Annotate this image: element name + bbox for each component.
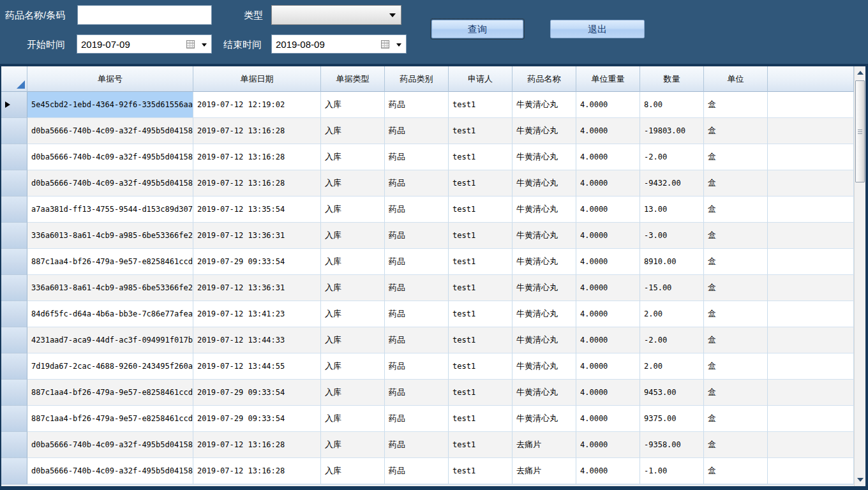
- table-cell[interactable]: 牛黄清心丸: [513, 197, 576, 223]
- table-cell[interactable]: test1: [449, 223, 513, 249]
- table-cell-filler[interactable]: [768, 144, 854, 170]
- table-cell[interactable]: 药品: [385, 406, 449, 432]
- table-cell[interactable]: 2019-07-12 13:16:28: [193, 170, 321, 197]
- chevron-down-icon[interactable]: [202, 43, 207, 47]
- row-header[interactable]: [1, 327, 27, 353]
- table-cell[interactable]: 2019-07-12 13:16:28: [193, 458, 321, 484]
- table-cell[interactable]: 入库: [321, 458, 385, 484]
- table-cell[interactable]: 887c1aa4-bf26-479a-9e57-e8258461ccd7: [27, 406, 193, 432]
- table-cell[interactable]: 药品: [385, 223, 449, 249]
- table-cell[interactable]: 牛黄清心丸: [513, 92, 576, 118]
- table-cell[interactable]: test1: [449, 144, 513, 170]
- table-cell[interactable]: 盒: [704, 275, 768, 301]
- table-cell[interactable]: test1: [449, 432, 513, 458]
- row-header[interactable]: [1, 118, 27, 144]
- table-cell[interactable]: 入库: [321, 301, 385, 327]
- table-cell[interactable]: 2019-07-12 13:36:31: [193, 275, 321, 301]
- table-cell[interactable]: test1: [449, 301, 513, 327]
- table-cell[interactable]: 4.0000: [576, 406, 640, 432]
- table-cell[interactable]: 药品: [385, 197, 449, 223]
- table-cell[interactable]: -1.00: [640, 458, 704, 484]
- table-cell[interactable]: d0ba5666-740b-4c09-a32f-495b5d041580: [27, 458, 193, 484]
- row-header[interactable]: [1, 458, 27, 484]
- table-cell-filler[interactable]: [768, 406, 854, 432]
- table-cell[interactable]: 4.0000: [576, 458, 640, 484]
- table-cell[interactable]: 入库: [321, 406, 385, 432]
- end-date-picker[interactable]: 2019-08-09: [271, 34, 407, 54]
- column-header[interactable]: 单据号: [27, 66, 193, 92]
- table-cell[interactable]: 牛黄清心丸: [513, 249, 576, 275]
- row-header[interactable]: [1, 223, 27, 249]
- table-cell[interactable]: 2019-07-12 13:16:28: [193, 144, 321, 170]
- table-cell[interactable]: test1: [449, 353, 513, 380]
- table-cell[interactable]: 入库: [321, 118, 385, 144]
- table-cell[interactable]: 药品: [385, 353, 449, 380]
- row-header[interactable]: [1, 380, 27, 406]
- column-header[interactable]: 单位: [704, 66, 768, 92]
- column-header[interactable]: 申请人: [449, 66, 513, 92]
- table-cell[interactable]: 入库: [321, 197, 385, 223]
- table-cell[interactable]: 盒: [704, 92, 768, 118]
- table-cell[interactable]: 4.0000: [576, 170, 640, 197]
- table-cell[interactable]: 2019-07-29 09:33:54: [193, 406, 321, 432]
- table-cell[interactable]: 药品: [385, 458, 449, 484]
- table-cell[interactable]: 4.0000: [576, 380, 640, 406]
- table-cell[interactable]: test1: [449, 197, 513, 223]
- row-header[interactable]: [1, 144, 27, 170]
- table-cell[interactable]: 入库: [321, 432, 385, 458]
- table-cell[interactable]: 4.0000: [576, 301, 640, 327]
- column-header[interactable]: 单据日期: [193, 66, 321, 92]
- table-cell-filler[interactable]: [768, 223, 854, 249]
- table-cell[interactable]: -9432.00: [640, 170, 704, 197]
- table-cell[interactable]: test1: [449, 458, 513, 484]
- table-cell[interactable]: 2.00: [640, 353, 704, 380]
- column-header[interactable]: 单位重量: [576, 66, 640, 92]
- row-header[interactable]: [1, 353, 27, 380]
- table-cell[interactable]: 盒: [704, 249, 768, 275]
- table-cell[interactable]: 牛黄清心丸: [513, 380, 576, 406]
- table-cell[interactable]: -9358.00: [640, 432, 704, 458]
- table-cell[interactable]: 盒: [704, 380, 768, 406]
- row-header[interactable]: [1, 301, 27, 327]
- row-header[interactable]: [1, 170, 27, 197]
- table-cell[interactable]: 2019-07-12 13:41:23: [193, 301, 321, 327]
- table-cell[interactable]: 入库: [321, 353, 385, 380]
- table-cell[interactable]: 4.0000: [576, 432, 640, 458]
- table-cell[interactable]: 4.0000: [576, 197, 640, 223]
- table-cell[interactable]: 牛黄清心丸: [513, 301, 576, 327]
- table-cell[interactable]: 2.00: [640, 301, 704, 327]
- table-cell[interactable]: a7aa381d-ff13-4755-9544-d153c89d307d: [27, 197, 193, 223]
- table-cell[interactable]: 盒: [704, 458, 768, 484]
- table-cell[interactable]: 牛黄清心丸: [513, 327, 576, 353]
- table-cell[interactable]: 入库: [321, 327, 385, 353]
- table-cell[interactable]: 药品: [385, 118, 449, 144]
- query-button[interactable]: 查询: [431, 20, 523, 38]
- table-cell[interactable]: 盒: [704, 144, 768, 170]
- table-cell[interactable]: 4.0000: [576, 92, 640, 118]
- select-all-corner[interactable]: [1, 66, 27, 92]
- row-header[interactable]: [1, 406, 27, 432]
- table-cell[interactable]: 盒: [704, 170, 768, 197]
- table-cell[interactable]: 牛黄清心丸: [513, 118, 576, 144]
- table-cell[interactable]: 4.0000: [576, 327, 640, 353]
- column-header[interactable]: 数量: [640, 66, 704, 92]
- table-cell[interactable]: 2019-07-12 13:16:28: [193, 432, 321, 458]
- column-header[interactable]: 单据类型: [321, 66, 385, 92]
- table-cell[interactable]: 5e45cbd2-1ebd-4364-92f6-335d61556aa2: [27, 92, 193, 118]
- start-date-picker[interactable]: 2019-07-09: [77, 34, 212, 54]
- table-cell-filler[interactable]: [768, 458, 854, 484]
- table-cell[interactable]: -19803.00: [640, 118, 704, 144]
- exit-button[interactable]: 退出: [550, 20, 645, 38]
- table-cell[interactable]: 2019-07-29 09:33:54: [193, 249, 321, 275]
- scrollbar-thumb[interactable]: [855, 80, 865, 182]
- table-cell-filler[interactable]: [768, 380, 854, 406]
- table-cell[interactable]: 入库: [321, 275, 385, 301]
- table-cell[interactable]: 887c1aa4-bf26-479a-9e57-e8258461ccd7: [27, 380, 193, 406]
- table-cell[interactable]: 入库: [321, 144, 385, 170]
- table-cell[interactable]: 盒: [704, 118, 768, 144]
- table-cell-filler[interactable]: [768, 170, 854, 197]
- table-cell[interactable]: -2.00: [640, 327, 704, 353]
- table-cell[interactable]: 2019-07-12 13:44:55: [193, 353, 321, 380]
- chevron-down-icon[interactable]: [396, 43, 401, 47]
- vertical-scrollbar[interactable]: [854, 66, 865, 486]
